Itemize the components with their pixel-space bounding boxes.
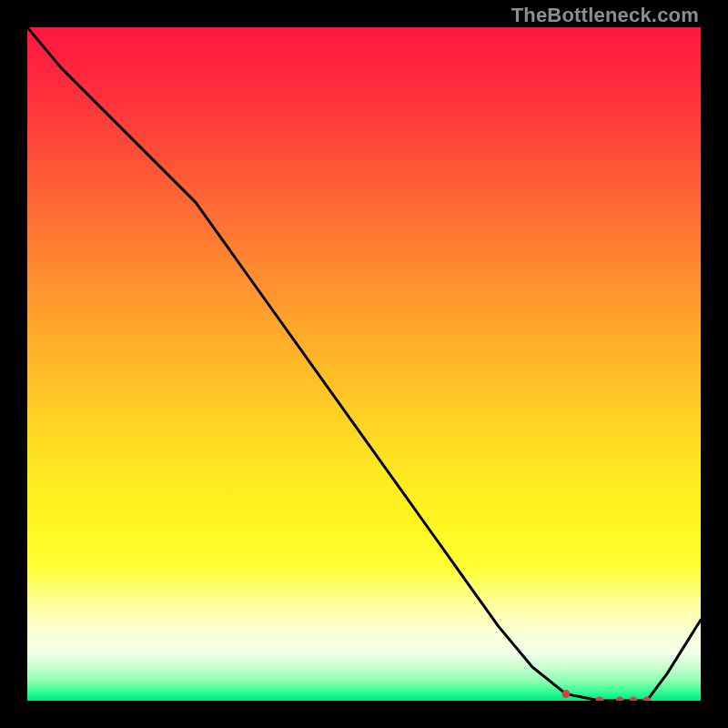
- chart-svg: [27, 27, 701, 701]
- watermark-text: TheBottleneck.com: [511, 4, 699, 27]
- data-marker: [596, 697, 604, 702]
- data-marker: [616, 697, 624, 702]
- data-curve: [27, 27, 701, 701]
- chart-frame: TheBottleneck.com: [0, 0, 728, 728]
- plot-area: [27, 27, 701, 701]
- data-marker: [562, 690, 571, 698]
- data-marker: [630, 697, 638, 702]
